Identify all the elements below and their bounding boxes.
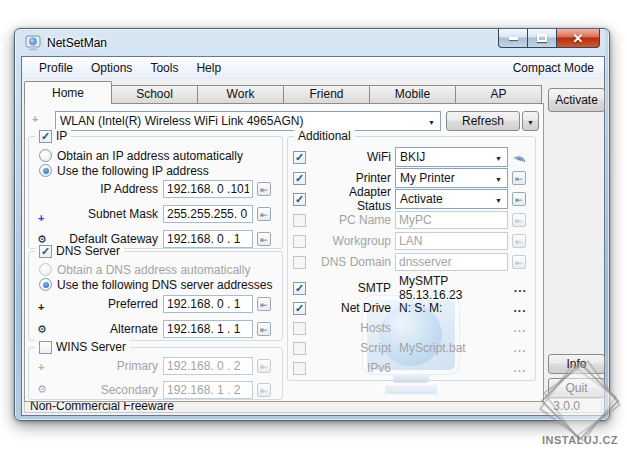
profile-tabs: Home School Work Friend Mobile AP: [24, 81, 542, 104]
dns-preferred-row: Preferred: [29, 294, 278, 313]
subnet-mask-insert-button[interactable]: [257, 207, 271, 221]
refresh-dropdown-button[interactable]: [522, 111, 539, 131]
dns-manual-radio-row: Use the following DNS server addresses: [39, 277, 278, 292]
tab-ap[interactable]: AP: [456, 85, 542, 104]
workgroup-label: Workgroup: [313, 234, 395, 248]
chevron-down-icon: [491, 150, 502, 164]
menu-options[interactable]: Options: [82, 58, 141, 78]
printer-checkbox[interactable]: [293, 172, 306, 185]
chevron-down-icon: [491, 192, 502, 206]
pc-name-input: [395, 211, 508, 229]
hosts-checkbox[interactable]: [293, 322, 306, 335]
insert-arrow-icon: [260, 297, 268, 311]
net-drive-checkbox[interactable]: [293, 302, 306, 315]
activate-button[interactable]: Activate: [548, 88, 605, 112]
dns-alternate-input[interactable]: [163, 320, 253, 338]
ipv6-checkbox[interactable]: [293, 362, 306, 375]
workgroup-checkbox[interactable]: [293, 235, 306, 248]
wins-secondary-input: [163, 381, 253, 399]
close-icon: ✕: [573, 32, 584, 45]
net-drive-value: N: S: M:: [399, 301, 442, 315]
wifi-checkbox[interactable]: [293, 151, 306, 164]
menu-help[interactable]: Help: [187, 58, 230, 78]
menu-tools[interactable]: Tools: [141, 58, 187, 78]
script-value: MyScript.bat: [399, 341, 466, 355]
dns-alternate-row: Alternate: [29, 319, 278, 338]
pc-name-checkbox[interactable]: [293, 214, 306, 227]
insert-arrow-icon: [260, 322, 268, 336]
subnet-mask-label: Subnet Mask: [29, 207, 163, 221]
ip-address-input[interactable]: [163, 180, 253, 198]
dns-auto-radio: [39, 263, 52, 276]
additional-group-header: Additional: [294, 129, 355, 143]
ip-address-insert-button[interactable]: [257, 182, 271, 196]
add-adapter-icon[interactable]: [32, 114, 38, 125]
add-dns-icon[interactable]: [38, 302, 44, 313]
script-checkbox[interactable]: [293, 342, 306, 355]
dns-manual-radio-label: Use the following DNS server addresses: [57, 278, 272, 292]
smtp-checkbox[interactable]: [293, 282, 306, 295]
insert-arrow-icon: [260, 359, 268, 373]
dns-group: DNS Server Obtain a DNS address automati…: [28, 251, 283, 341]
menu-compact-mode[interactable]: Compact Mode: [511, 58, 596, 78]
wins-group-checkbox[interactable]: [39, 341, 52, 354]
default-gateway-input[interactable]: [163, 230, 253, 248]
subnet-mask-input[interactable]: [163, 205, 253, 223]
tab-school[interactable]: School: [112, 85, 198, 104]
smtp-more-button[interactable]: ...: [511, 281, 530, 295]
dns-alternate-label: Alternate: [29, 322, 163, 336]
tab-work[interactable]: Work: [198, 85, 284, 104]
menu-profile[interactable]: Profile: [30, 58, 82, 78]
wins-primary-insert-button: [257, 359, 271, 373]
wifi-label: WiFi: [313, 150, 395, 164]
dns-manual-radio[interactable]: [39, 278, 52, 291]
adapter-status-select[interactable]: Activate: [395, 189, 508, 209]
adapter-status-insert-button[interactable]: [512, 192, 526, 206]
ip-auto-radio[interactable]: [39, 149, 52, 162]
minimize-button[interactable]: [498, 29, 528, 48]
ip-group-checkbox[interactable]: [39, 130, 52, 143]
printer-select[interactable]: My Printer: [395, 168, 508, 188]
net-drive-more-button[interactable]: ...: [510, 301, 530, 315]
tab-home[interactable]: Home: [24, 81, 112, 104]
tab-mobile[interactable]: Mobile: [370, 85, 456, 104]
dns-gear-icon[interactable]: [37, 324, 47, 335]
chevron-down-icon: [527, 114, 534, 128]
wifi-select[interactable]: BKIJ: [395, 147, 508, 167]
default-gateway-insert-button[interactable]: [257, 232, 271, 246]
adapter-select-value: WLAN (Intel(R) Wireless WiFi Link 4965AG…: [60, 114, 303, 128]
dns-domain-input: [395, 253, 508, 271]
watermark-text: INSTALUJ.CZ: [534, 434, 626, 446]
printer-insert-button[interactable]: [512, 171, 526, 185]
maximize-icon: [537, 34, 547, 42]
dns-preferred-insert-button[interactable]: [257, 297, 271, 311]
close-button[interactable]: ✕: [556, 29, 600, 48]
window-title: NetSetMan: [47, 36, 107, 50]
wins-secondary-insert-button: [257, 383, 271, 397]
chevron-down-icon: [424, 114, 435, 128]
info-button[interactable]: Info: [548, 354, 605, 374]
wifi-signal-icon: [512, 151, 527, 164]
printer-label: Printer: [313, 171, 395, 185]
dns-domain-checkbox[interactable]: [293, 256, 306, 269]
adapter-status-checkbox[interactable]: [293, 193, 306, 206]
maximize-button[interactable]: [528, 29, 556, 48]
insert-arrow-icon: [260, 182, 268, 196]
insert-arrow-icon: [260, 383, 268, 397]
dns-preferred-input[interactable]: [163, 295, 253, 313]
ip-manual-radio[interactable]: [39, 164, 52, 177]
tab-friend[interactable]: Friend: [284, 85, 370, 104]
adapter-select[interactable]: WLAN (Intel(R) Wireless WiFi Link 4965AG…: [55, 111, 441, 131]
dns-group-checkbox[interactable]: [39, 245, 52, 258]
workgroup-row: Workgroup: [293, 231, 530, 251]
ip-manual-radio-label: Use the following IP address: [57, 164, 209, 178]
refresh-button[interactable]: Refresh: [446, 111, 520, 131]
ip-auto-radio-label: Obtain an IP address automatically: [57, 149, 243, 163]
add-gateway-icon[interactable]: [38, 213, 44, 224]
insert-arrow-icon: [515, 255, 523, 269]
dns-alternate-insert-button[interactable]: [257, 322, 271, 336]
wins-primary-input: [163, 357, 253, 375]
quit-button[interactable]: Quit: [548, 378, 605, 398]
adapter-status-label: Adapter Status: [313, 185, 395, 213]
script-row: Script MyScript.bat ...: [293, 338, 530, 358]
